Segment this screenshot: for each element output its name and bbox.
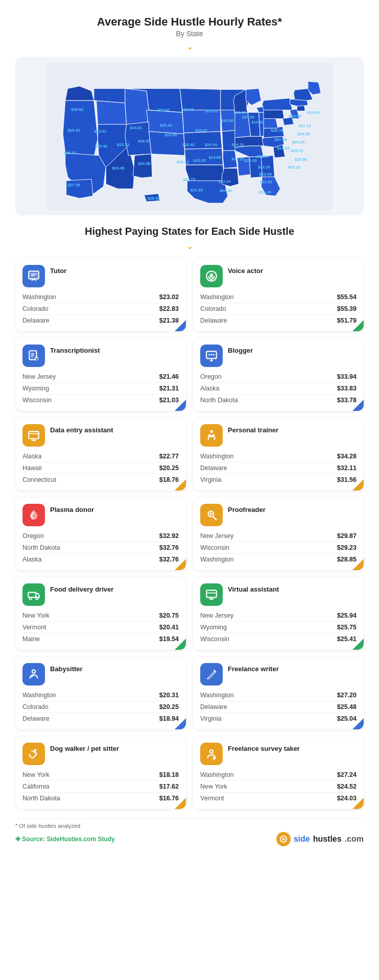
card-survey-taker-header: Freelance survey taker bbox=[200, 743, 357, 765]
sub-title: By State bbox=[15, 30, 364, 38]
plasma-donor-icon bbox=[22, 504, 45, 526]
card-corner-decoration bbox=[175, 400, 186, 411]
cards-grid: Tutor Washington $23.02 Colorado $22.83 … bbox=[15, 259, 364, 809]
state-label: Alaska bbox=[22, 453, 42, 460]
tutor-icon bbox=[22, 265, 45, 287]
state-label: North Dakota bbox=[22, 795, 60, 802]
svg-text:$25.98: $25.98 bbox=[295, 157, 307, 162]
svg-text:$25.23: $25.23 bbox=[205, 109, 218, 113]
table-row: Wisconsin $29.23 bbox=[200, 542, 357, 554]
state-label: Hawaii bbox=[22, 464, 42, 472]
state-label: Delaware bbox=[200, 703, 227, 710]
value-label: $32.76 bbox=[159, 544, 179, 551]
card-plasma-donor-header: Plasma donor bbox=[22, 504, 179, 526]
card-dog-walker-title: Dog walker / pet sitter bbox=[50, 745, 119, 753]
state-label: California bbox=[22, 783, 50, 790]
card-plasma-donor: Plasma donor Oregon $32.92 North Dakota … bbox=[15, 498, 186, 570]
data-entry-icon bbox=[22, 424, 45, 447]
footer-note: * Of side hustles analyzed bbox=[15, 823, 364, 829]
card-tutor-rows: Washington $23.02 Colorado $22.83 Delawa… bbox=[22, 291, 179, 326]
svg-text:$24.95: $24.95 bbox=[297, 132, 310, 136]
table-row: Colorado $22.83 bbox=[22, 303, 179, 315]
svg-text:$25.22: $25.22 bbox=[64, 151, 77, 155]
state-label: New York bbox=[200, 783, 227, 790]
section2-title: Highest Paying States for Each Side Hust… bbox=[15, 226, 364, 237]
card-virtual-assistant: Virtual assistant New Jersey $25.94 Wyom… bbox=[193, 577, 364, 650]
card-transcriptionist-header: A Transcriptionist bbox=[22, 345, 179, 367]
table-row: New York $20.75 bbox=[22, 610, 179, 622]
card-corner-decoration bbox=[352, 479, 364, 491]
card-corner-decoration bbox=[175, 479, 186, 491]
state-label: New York bbox=[22, 771, 50, 778]
svg-text:$25.72: $25.72 bbox=[291, 149, 303, 153]
table-row: Vermont $20.41 bbox=[22, 622, 179, 633]
food-delivery-icon bbox=[22, 583, 45, 606]
table-row: Wisconsin $25.41 bbox=[200, 633, 357, 645]
svg-rect-101 bbox=[29, 271, 39, 279]
svg-rect-129 bbox=[28, 593, 36, 598]
svg-text:$24.15: $24.15 bbox=[292, 140, 305, 144]
value-label: $33.83 bbox=[337, 385, 357, 392]
card-survey-taker-rows: Washington $27.24 New York $24.52 Vermon… bbox=[200, 769, 357, 804]
voice-actor-icon bbox=[200, 265, 223, 287]
svg-text:$23.29: $23.29 bbox=[258, 165, 271, 169]
table-row: Maine $19.54 bbox=[22, 633, 179, 645]
value-label: $33.94 bbox=[337, 373, 357, 380]
state-label: Delaware bbox=[200, 317, 227, 324]
svg-text:$19.43: $19.43 bbox=[259, 190, 272, 194]
card-freelance-writer-rows: Washington $27.20 Delaware $25.48 Virgin… bbox=[200, 690, 357, 724]
svg-line-140 bbox=[34, 752, 35, 754]
state-label: Washington bbox=[22, 293, 56, 301]
table-row: New Jersey $21.46 bbox=[22, 371, 179, 383]
table-row: North Dakota $33.78 bbox=[200, 395, 357, 406]
svg-text:$25.49: $25.49 bbox=[95, 144, 108, 149]
svg-text:$25.54: $25.54 bbox=[256, 154, 269, 159]
table-row: Washington $34.28 bbox=[200, 451, 357, 462]
svg-point-130 bbox=[29, 597, 31, 599]
table-row: Oregon $33.94 bbox=[200, 371, 357, 383]
state-label: Wisconsin bbox=[200, 635, 229, 643]
proofreader-icon bbox=[200, 504, 223, 526]
card-voice-actor-rows: Washington $55.54 Colorado $55.39 Delawa… bbox=[200, 291, 357, 326]
survey-taker-icon bbox=[200, 743, 223, 765]
state-label: Oregon bbox=[22, 532, 44, 540]
value-label: $22.83 bbox=[159, 305, 179, 312]
svg-text:$23.88: $23.88 bbox=[208, 155, 221, 160]
card-corner-decoration bbox=[352, 559, 364, 570]
svg-text:$25.89: $25.89 bbox=[221, 118, 234, 123]
state-label: Wisconsin bbox=[22, 397, 52, 404]
state-label: Colorado bbox=[22, 703, 49, 710]
card-plasma-donor-title: Plasma donor bbox=[50, 506, 94, 514]
svg-text:$26.93: $26.93 bbox=[67, 128, 80, 133]
table-row: Vermont $24.03 bbox=[200, 793, 357, 804]
card-tutor: Tutor Washington $23.02 Colorado $22.83 … bbox=[15, 259, 186, 331]
card-food-delivery-header: Food delivery driver bbox=[22, 583, 179, 606]
svg-text:$25.24: $25.24 bbox=[160, 123, 173, 128]
card-transcriptionist-rows: New Jersey $21.46 Wyoming $21.31 Wiscons… bbox=[22, 371, 179, 406]
svg-marker-10 bbox=[147, 110, 184, 134]
value-label: $29.23 bbox=[337, 544, 357, 551]
state-label: Washington bbox=[200, 692, 234, 699]
svg-text:$24.06: $24.06 bbox=[112, 166, 125, 170]
map-svg: $28.82 $26.93 $25.22 $27.35 $25.49 $23.3… bbox=[20, 62, 359, 210]
table-row: Washington $27.24 bbox=[200, 769, 357, 781]
brand-icon bbox=[276, 832, 291, 846]
svg-marker-24 bbox=[222, 168, 239, 187]
state-label: Vermont bbox=[200, 795, 224, 802]
table-row: Alaska $33.83 bbox=[200, 383, 357, 395]
state-label: New Jersey bbox=[200, 532, 233, 540]
value-label: $55.39 bbox=[337, 305, 357, 312]
card-personal-trainer-title: Personal trainer bbox=[228, 426, 278, 435]
state-label: New Jersey bbox=[200, 612, 233, 619]
svg-text:$23.14: $23.14 bbox=[218, 179, 231, 184]
card-plasma-donor-rows: Oregon $32.92 North Dakota $32.76 Alaska… bbox=[22, 530, 179, 565]
babysitter-icon bbox=[22, 663, 45, 685]
card-personal-trainer: Personal trainer Washington $34.28 Delaw… bbox=[193, 418, 364, 491]
card-dog-walker-header: Dog walker / pet sitter bbox=[22, 743, 179, 765]
card-corner-decoration bbox=[175, 798, 186, 809]
table-row: New Jersey $29.87 bbox=[200, 530, 357, 542]
card-food-delivery: Food delivery driver New York $20.75 Ver… bbox=[15, 577, 186, 650]
card-blogger-title: Blogger bbox=[228, 347, 253, 355]
card-proofreader-rows: New Jersey $29.87 Wisconsin $29.23 Washi… bbox=[200, 530, 357, 565]
brand-text-bold: hustles bbox=[313, 835, 342, 844]
